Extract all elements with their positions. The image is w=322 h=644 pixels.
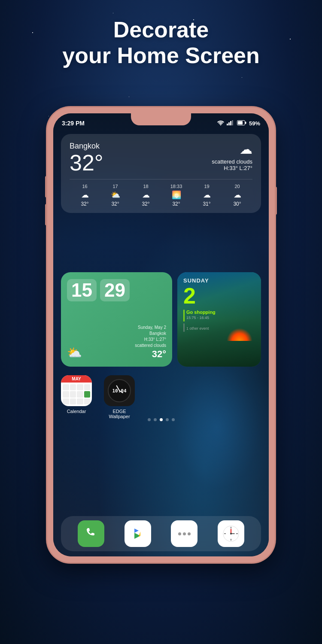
clock-weather-info: ⛅ Sunday, May 2 Bangkok H:33° L:27° scat… — [67, 325, 166, 360]
dot-1 — [154, 418, 157, 421]
dock-more-button[interactable] — [171, 520, 197, 547]
status-time: 3:29 PM — [62, 120, 85, 127]
svg-point-19 — [230, 533, 232, 535]
dot-3 — [166, 418, 169, 421]
forecast-item-5: 20 ☁ 30° — [222, 184, 252, 207]
phone-screen: 3:29 PM — [53, 113, 269, 556]
calendar-content: SUNDAY 2 Go shopping 15:75 - 16:45 1 oth… — [177, 272, 261, 367]
dot-4 — [172, 418, 175, 421]
dock-phone-button[interactable] — [78, 520, 104, 547]
calendar-other-event-bar — [183, 323, 185, 332]
calendar-event-details: Go shopping 15:75 - 16:45 — [186, 310, 216, 322]
forecast-item-2: 18 ☁ 32° — [131, 184, 161, 207]
clock-date: Sunday, May 2 — [135, 325, 166, 331]
clock-city: Bangkok — [135, 331, 166, 337]
svg-rect-2 — [228, 122, 230, 125]
dock-play-button[interactable] — [125, 520, 151, 547]
forecast-item-0: 16 ☁ 32° — [70, 184, 100, 207]
svg-rect-6 — [245, 122, 246, 124]
weather-forecast: 16 ☁ 32° 17 ⛅ 32° 18 ☁ 32° 18:33 🌅 — [70, 179, 252, 207]
calendar-app-icon[interactable]: MAY — [61, 375, 92, 406]
weather-top: Bangkok 32° ☁ scattered clouds H:33° L:2… — [70, 142, 252, 174]
svg-rect-4 — [232, 120, 233, 125]
forecast-item-4: 19 ☁ 31° — [191, 184, 222, 207]
weather-widget[interactable]: Bangkok 32° ☁ scattered clouds H:33° L:2… — [61, 134, 261, 213]
dot-0 — [148, 418, 151, 421]
calendar-app-grid — [61, 383, 92, 407]
weather-cloud-icon: ☁ — [212, 142, 252, 157]
svg-rect-3 — [230, 121, 231, 125]
svg-rect-7 — [238, 121, 243, 125]
dot-2-active — [160, 418, 163, 421]
svg-rect-1 — [227, 124, 228, 125]
svg-point-0 — [220, 124, 221, 125]
calendar-app-label: Calendar — [67, 409, 86, 414]
calendar-event-time: 15:75 - 16:45 — [186, 316, 216, 320]
calendar-event-name: Go shopping — [186, 310, 216, 315]
weather-right: ☁ scattered clouds H:33° L:27° — [212, 142, 252, 171]
app-icons-row: MAY — [61, 375, 135, 419]
forecast-item-3: 18:33 🌅 32° — [161, 184, 191, 207]
edge-clock-face: 10:04 — [108, 379, 131, 402]
weather-high-low: H:33° L:27° — [212, 165, 252, 171]
app-item-edge[interactable]: 10:04 EDGEWallpaper — [104, 375, 135, 419]
notch — [131, 113, 191, 125]
edge-app-label: EDGEWallpaper — [109, 409, 130, 419]
widget-row: 15 29 ⛅ Sunday, May 2 Bangkok H:33° L:27… — [61, 272, 261, 367]
clock-high-low: H:33° L:27° — [135, 337, 166, 343]
power-button — [275, 187, 277, 215]
calendar-widget[interactable]: SUNDAY 2 Go shopping 15:75 - 16:45 1 oth… — [177, 272, 261, 367]
status-icons: 59% — [217, 120, 260, 127]
calendar-date-number: 2 — [183, 285, 255, 307]
clock-hour: 15 — [67, 279, 97, 301]
svg-marker-8 — [134, 529, 139, 533]
clock-numbers: 15 29 — [67, 279, 166, 301]
forecast-item-1: 17 ⛅ 32° — [100, 184, 131, 207]
calendar-day-name: SUNDAY — [183, 277, 255, 284]
wifi-icon — [217, 120, 224, 127]
edge-app-icon[interactable]: 10:04 — [104, 375, 135, 406]
volume-up-button — [45, 176, 47, 197]
weather-temperature: 32° — [70, 152, 103, 174]
weather-left: Bangkok 32° — [70, 142, 103, 174]
calendar-event-bar — [183, 310, 185, 322]
page-dots — [53, 418, 269, 421]
volume-down-button — [45, 204, 47, 225]
clock-weather-icon: ⛅ — [67, 346, 82, 360]
calendar-app-header: MAY — [61, 375, 92, 383]
phone-frame: 3:29 PM — [47, 107, 275, 562]
clock-condition: scattered clouds — [135, 343, 166, 349]
calendar-other-event: 1 other event — [186, 325, 209, 332]
battery-percent: 59% — [249, 120, 260, 127]
bottom-dock — [61, 516, 261, 551]
clock-minute: 29 — [100, 279, 130, 301]
weather-city: Bangkok — [70, 142, 103, 151]
page-title: Decorate your Home Screen — [0, 17, 322, 69]
dock-clock-button[interactable] — [218, 520, 244, 547]
clock-temperature: 32° — [135, 349, 166, 360]
weather-condition: scattered clouds — [212, 158, 252, 165]
signal-icon — [227, 120, 234, 127]
battery-icon — [237, 120, 246, 127]
clock-widget[interactable]: 15 29 ⛅ Sunday, May 2 Bangkok H:33° L:27… — [61, 272, 172, 367]
app-item-calendar[interactable]: MAY — [61, 375, 92, 414]
